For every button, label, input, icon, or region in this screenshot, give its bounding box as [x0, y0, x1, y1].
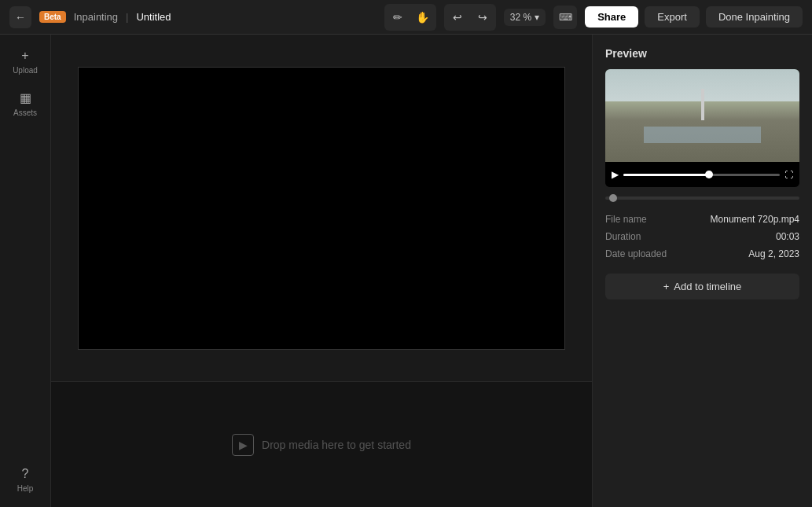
tool-group-history: ↩ ↪: [444, 4, 496, 31]
video-thumbnail: [605, 69, 799, 162]
drop-media-text: Drop media here to get started: [262, 439, 411, 451]
sidebar-item-assets[interactable]: ▦ Assets: [5, 86, 46, 122]
duration-key: Duration: [605, 231, 641, 242]
add-to-timeline-button[interactable]: + Add to timeline: [605, 274, 799, 299]
help-label: Help: [17, 484, 34, 493]
scrub-thumb: [609, 194, 617, 202]
drop-media-hint: ▶ Drop media here to get started: [232, 434, 411, 456]
meta-row-duration: Duration 00:03: [605, 228, 799, 245]
meta-table: File name Monument 720p.mp4 Duration 00:…: [605, 211, 799, 263]
action-buttons: Share Export Done Inpainting: [585, 6, 803, 28]
project-name: Inpainting: [74, 11, 118, 23]
video-controls: ▶ ⛶: [605, 162, 799, 187]
canvas-container: [51, 35, 592, 381]
add-timeline-label: Add to timeline: [674, 281, 741, 292]
play-button[interactable]: ▶: [612, 169, 619, 180]
draw-tool-button[interactable]: ✏: [386, 6, 410, 29]
topbar: ← Beta Inpainting | Untitled ✏ ✋ ↩ ↪ 32 …: [0, 0, 812, 35]
sidebar-item-help[interactable]: ? Help: [5, 462, 46, 498]
filename-key: File name: [605, 214, 647, 225]
progress-fill: [623, 174, 709, 176]
assets-icon: ▦: [20, 90, 31, 105]
zoom-value: 32 %: [510, 12, 531, 23]
center-area: ▶ Drop media here to get started: [51, 35, 592, 507]
tool-group-draw: ✏ ✋: [384, 4, 436, 31]
video-scene: [605, 69, 799, 162]
progress-thumb: [705, 171, 713, 178]
sidebar-item-upload[interactable]: + Upload: [5, 44, 46, 79]
redo-button[interactable]: ↪: [471, 6, 494, 29]
back-button[interactable]: ←: [9, 6, 31, 28]
drop-media-icon: ▶: [232, 434, 254, 456]
zoom-arrow-icon: ▾: [535, 12, 539, 23]
meta-row-date: Date uploaded Aug 2, 2023: [605, 245, 799, 263]
progress-bar[interactable]: [623, 174, 780, 176]
share-button[interactable]: Share: [585, 6, 638, 28]
done-inpainting-button[interactable]: Done Inpainting: [706, 6, 803, 28]
hand-tool-button[interactable]: ✋: [411, 6, 435, 29]
upload-icon: +: [21, 49, 28, 63]
canvas-frame[interactable]: [78, 67, 565, 350]
doc-title: Untitled: [136, 11, 171, 23]
beta-badge: Beta: [39, 11, 66, 23]
export-button[interactable]: Export: [645, 6, 700, 28]
timeline-area[interactable]: ▶ Drop media here to get started: [51, 381, 592, 507]
duration-val: 00:03: [776, 231, 799, 242]
video-preview: ▶ ⛶: [605, 69, 799, 187]
sidebar: + Upload ▦ Assets ? Help: [0, 35, 51, 507]
undo-button[interactable]: ↩: [446, 6, 469, 29]
zoom-button[interactable]: 32 % ▾: [504, 9, 546, 26]
meta-row-filename: File name Monument 720p.mp4: [605, 211, 799, 228]
date-key: Date uploaded: [605, 248, 667, 259]
separator: |: [126, 11, 128, 23]
right-panel: Preview ▶ ⛶ File name: [592, 35, 812, 507]
help-icon: ?: [22, 467, 29, 481]
filename-val: Monument 720p.mp4: [711, 214, 799, 225]
reflecting-pool: [644, 127, 760, 143]
upload-label: Upload: [13, 66, 38, 75]
monument-obelisk: [701, 89, 704, 120]
add-timeline-plus-icon: +: [663, 281, 670, 292]
main-layout: + Upload ▦ Assets ? Help ▶ Drop media he…: [0, 35, 812, 507]
fullscreen-button[interactable]: ⛶: [784, 170, 793, 179]
date-val: Aug 2, 2023: [748, 248, 799, 259]
scrub-bar[interactable]: [605, 197, 799, 200]
assets-label: Assets: [13, 108, 37, 117]
keyboard-button[interactable]: ⌨: [553, 6, 577, 29]
preview-title: Preview: [605, 47, 799, 60]
